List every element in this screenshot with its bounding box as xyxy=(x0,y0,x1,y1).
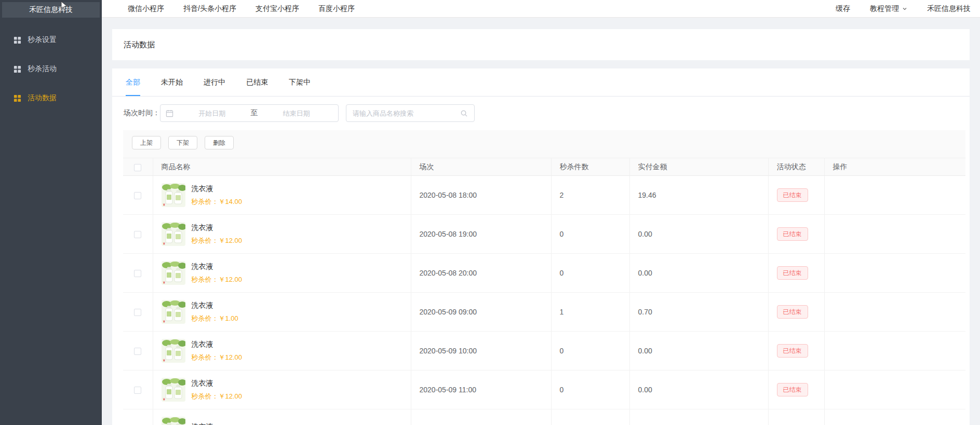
product-image xyxy=(162,183,185,207)
seckill-price: 秒杀价：￥14.00 xyxy=(192,197,243,207)
row-actions xyxy=(824,332,965,371)
sidebar-menu: 秒杀设置 秒杀活动 活动数据 xyxy=(0,20,102,113)
row-actions xyxy=(824,371,965,409)
product-name: 洗衣液 xyxy=(192,422,213,425)
product-name: 洗衣液 xyxy=(192,340,243,349)
row-checkbox[interactable] xyxy=(134,192,141,199)
status-badge: 已结束 xyxy=(777,383,808,396)
row-actions xyxy=(824,176,965,215)
product-image xyxy=(162,378,185,402)
session-time-label: 场次时间： xyxy=(124,108,160,118)
end-date-input[interactable] xyxy=(260,109,333,117)
status-badge: 已结束 xyxy=(777,188,808,202)
paid-amount: 0.70 xyxy=(629,293,768,332)
filter-row: 场次时间： 至 xyxy=(124,104,958,122)
topnav-tab-wechat[interactable]: 微信小程序 xyxy=(128,4,164,13)
header-activity-status: 活动状态 xyxy=(768,158,824,176)
bulk-action-toolbar: 上架 下架 删除 xyxy=(123,136,965,149)
table-row: 洗衣液 秒杀价：￥12.00 2020-05-09 11:00 0 0.00 已… xyxy=(123,371,965,409)
row-checkbox[interactable] xyxy=(134,387,141,394)
brand-name: 禾匠信息科技 xyxy=(927,4,971,13)
product-image xyxy=(162,300,185,324)
header-actions: 操作 xyxy=(824,158,965,176)
table-body: 洗衣液 秒杀价：￥14.00 2020-05-08 18:00 2 19.46 … xyxy=(123,176,965,425)
sidebar-item-label: 活动数据 xyxy=(28,93,57,103)
main-area: 微信小程序 抖音/头条小程序 支付宝小程序 百度小程序 缓存 教程管理 禾匠信息… xyxy=(102,0,980,425)
product-image xyxy=(162,417,185,425)
session-time xyxy=(411,409,551,425)
publish-button[interactable]: 上架 xyxy=(132,136,161,149)
product-search-input[interactable] xyxy=(353,109,460,117)
sidebar: 禾匠信息科技 秒杀设置 秒杀活动 活动数据 xyxy=(0,0,102,425)
seckill-price: 秒杀价：￥1.00 xyxy=(192,314,238,323)
app-root: 禾匠信息科技 秒杀设置 秒杀活动 活动数据 xyxy=(0,0,980,425)
product-search-box xyxy=(346,104,475,122)
seckill-price: 秒杀价：￥12.00 xyxy=(192,392,243,401)
topnav-tab-alipay[interactable]: 支付宝小程序 xyxy=(256,4,299,13)
sidebar-item-seckill-activity[interactable]: 秒杀活动 xyxy=(0,54,102,84)
session-time: 2020-05-09 11:00 xyxy=(411,371,551,409)
paid-amount: 0.00 xyxy=(629,254,768,293)
session-time: 2020-05-08 20:00 xyxy=(411,254,551,293)
tutorial-dropdown-label: 教程管理 xyxy=(870,4,899,13)
tutorial-dropdown[interactable]: 教程管理 xyxy=(870,4,907,13)
row-checkbox[interactable] xyxy=(134,231,141,238)
select-all-checkbox[interactable] xyxy=(134,164,141,171)
topnav-tab-baidu[interactable]: 百度小程序 xyxy=(318,4,355,13)
tab-ended[interactable]: 已结束 xyxy=(246,68,268,96)
product-cell: 洗衣液 秒杀价：￥14.00 xyxy=(162,183,411,207)
page-title: 活动数据 xyxy=(124,40,155,50)
product-cell: 洗衣液 秒杀价：￥12.00 xyxy=(162,339,411,363)
seckill-price: 秒杀价：￥12.00 xyxy=(192,275,243,284)
row-checkbox[interactable] xyxy=(134,309,141,316)
start-date-input[interactable] xyxy=(176,109,249,117)
platform-tabs: 微信小程序 抖音/头条小程序 支付宝小程序 百度小程序 xyxy=(128,4,355,13)
table-row: 洗衣液 秒杀价：￥12.00 2020-05-08 20:00 0 0.00 已… xyxy=(123,254,965,293)
status-badge: 已结束 xyxy=(777,344,808,358)
header-session: 场次 xyxy=(411,158,551,176)
row-actions xyxy=(824,254,965,293)
status-badge: 已结束 xyxy=(777,305,808,319)
table-row: 洗衣液 秒杀价：￥14.00 2020-05-08 18:00 2 19.46 … xyxy=(123,176,965,215)
product-cell: 洗衣液 秒杀价：￥1.00 xyxy=(162,300,411,324)
delete-button[interactable]: 删除 xyxy=(205,136,234,149)
header-product-name: 商品名称 xyxy=(153,158,411,176)
tab-in-progress[interactable]: 进行中 xyxy=(204,68,225,96)
chevron-down-icon xyxy=(902,6,907,11)
paid-amount xyxy=(629,409,768,425)
tab-off-shelf[interactable]: 下架中 xyxy=(289,68,311,96)
seckill-count: 0 xyxy=(551,254,629,293)
status-badge: 已结束 xyxy=(777,227,808,241)
activity-data-card: 全部 未开始 进行中 已结束 下架中 场次时间： 至 xyxy=(112,68,970,425)
sidebar-item-seckill-settings[interactable]: 秒杀设置 xyxy=(0,25,102,54)
paid-amount: 0.00 xyxy=(629,332,768,371)
product-image xyxy=(162,261,185,285)
status-filter-tabs: 全部 未开始 进行中 已结束 下架中 xyxy=(112,68,970,97)
table-section: 上架 下架 删除 商品名称 场次 秒杀 xyxy=(123,130,965,425)
page-title-bar: 活动数据 xyxy=(112,29,970,60)
grid-icon xyxy=(14,65,21,73)
cache-link[interactable]: 缓存 xyxy=(836,4,850,13)
calendar-icon xyxy=(166,109,173,117)
grid-icon xyxy=(14,36,21,44)
sidebar-item-label: 秒杀活动 xyxy=(28,64,57,74)
seckill-price: 秒杀价：￥12.00 xyxy=(192,236,243,245)
date-range-picker[interactable]: 至 xyxy=(160,104,339,122)
product-image xyxy=(162,339,185,363)
seckill-count: 0 xyxy=(551,332,629,371)
unpublish-button[interactable]: 下架 xyxy=(168,136,197,149)
tab-not-started[interactable]: 未开始 xyxy=(161,68,183,96)
content-area: 活动数据 全部 未开始 进行中 已结束 下架中 场次时间： 至 xyxy=(102,18,980,425)
row-checkbox[interactable] xyxy=(134,270,141,277)
sidebar-item-activity-data[interactable]: 活动数据 xyxy=(0,84,102,113)
tab-all[interactable]: 全部 xyxy=(126,68,140,96)
row-checkbox[interactable] xyxy=(134,348,141,355)
paid-amount: 0.00 xyxy=(629,215,768,254)
topnav-tab-douyin[interactable]: 抖音/头条小程序 xyxy=(183,4,236,13)
topbar-right: 缓存 教程管理 禾匠信息科技 xyxy=(836,4,971,13)
product-cell: 洗衣液 秒杀价：￥12.00 xyxy=(162,378,411,402)
table-row: 洗衣液 秒杀价：￥12.00 2020-05-08 19:00 0 0.00 已… xyxy=(123,215,965,254)
product-name: 洗衣液 xyxy=(192,262,243,271)
table-row: 洗衣液 秒杀价：￥1.00 2020-05-09 09:00 1 0.70 已结… xyxy=(123,293,965,332)
header-seckill-count: 秒杀件数 xyxy=(551,158,629,176)
